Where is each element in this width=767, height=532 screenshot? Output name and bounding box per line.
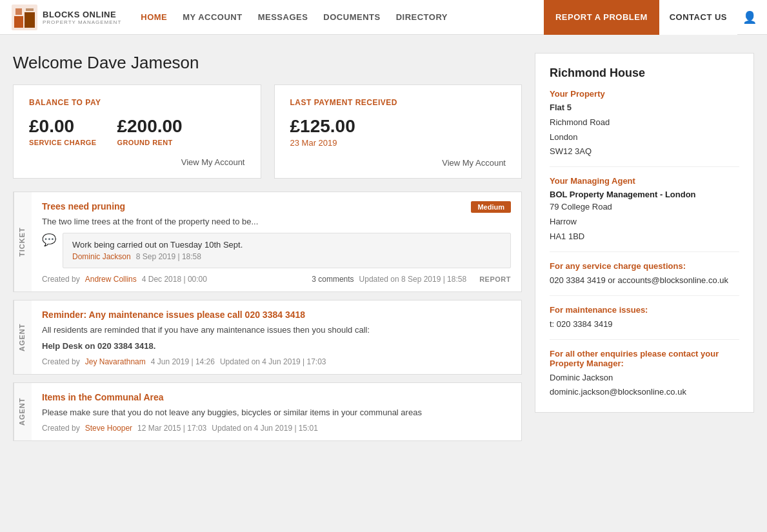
agent-body-1: Items in the Communal Area Please make s… xyxy=(32,383,521,440)
agent-side-label-1: AGENT xyxy=(14,383,32,440)
balance-card: BALANCE TO PAY £0.00 SERVICE CHARGE £200… xyxy=(13,84,261,179)
comment-box-0: Work being carried out on Tuesday 10th S… xyxy=(63,233,511,268)
main-column: Welcome Dave Jameson BALANCE TO PAY £0.0… xyxy=(13,53,522,449)
agent-side-label-0: AGENT xyxy=(14,300,32,374)
agent-desc-0: All residents are reminded that if you h… xyxy=(42,325,511,335)
nav-my-account[interactable]: MY ACCOUNT xyxy=(183,12,242,22)
agent-updated-1: Updated on 4 Jun 2019 | 15:01 xyxy=(212,424,318,433)
sidebar-your-property-label: Your Property xyxy=(550,89,739,99)
sidebar-card: Richmond House Your Property Flat 5 Rich… xyxy=(535,53,754,413)
agent-card-0: AGENT Reminder: Any maintenance issues p… xyxy=(13,300,522,375)
sidebar-property-manager-email[interactable]: dominic.jackson@blocksonline.co.uk xyxy=(550,385,739,399)
agent-created-label-1: Created by xyxy=(42,424,80,433)
ticket-badge-0: Medium xyxy=(471,201,511,213)
ticket-updated-0: Updated on 8 Sep 2019 | 18:58 xyxy=(359,275,467,284)
comment-icon: 💬 xyxy=(42,233,56,247)
nav-documents[interactable]: DOCUMENTS xyxy=(323,12,380,22)
page-body: Welcome Dave Jameson BALANCE TO PAY £0.0… xyxy=(0,35,767,462)
contact-us-button[interactable]: CONTACT US xyxy=(659,0,737,35)
agent-created-date-1: 12 Mar 2015 | 17:03 xyxy=(137,424,206,433)
agent-created-by-1[interactable]: Steve Hooper xyxy=(85,424,132,433)
agent-card-1: AGENT Items in the Communal Area Please … xyxy=(13,382,522,441)
agent-updated-0: Updated on 4 Jun 2019 | 17:03 xyxy=(220,357,326,366)
comment-row: 💬 Work being carried out on Tuesday 10th… xyxy=(42,233,511,275)
sidebar-maintenance-label: For maintenance issues: xyxy=(550,305,739,315)
logo-icon xyxy=(10,3,39,32)
sidebar-service-charge-contact: 020 3384 3419 or accounts@blocksonline.c… xyxy=(550,273,739,288)
nav-links: HOME MY ACCOUNT MESSAGES DOCUMENTS DIREC… xyxy=(141,12,544,22)
ticket-header-0: Trees need pruning Medium xyxy=(42,201,511,213)
agent-footer-0: Created by Jey Navarathnam 4 Jun 2019 | … xyxy=(42,357,511,366)
navbar: BLOCKS ONLINE PROPERTY MANAGEMENT HOME M… xyxy=(0,0,767,35)
report-problem-button[interactable]: REPORT A PROBLEM xyxy=(544,0,659,35)
ticket-side-label: TICKET xyxy=(14,192,32,291)
balance-view-account-link[interactable]: View My Account xyxy=(29,157,245,167)
balance-label: BALANCE TO PAY xyxy=(29,98,245,107)
service-charge-block: £0.00 SERVICE CHARGE xyxy=(29,116,96,147)
logo-text: BLOCKS ONLINE PROPERTY MANAGEMENT xyxy=(43,10,121,25)
sidebar-divider-3 xyxy=(550,295,739,296)
sidebar-agent-name: BOL Property Management - London xyxy=(550,190,739,199)
svg-rect-3 xyxy=(15,8,22,15)
sidebar-building-name: Richmond House xyxy=(550,66,739,80)
payment-label: LAST PAYMENT RECEIVED xyxy=(290,98,506,107)
agent-title-0[interactable]: Reminder: Any maintenance issues please … xyxy=(42,310,511,320)
sidebar-agent-city: Harrow xyxy=(550,215,739,229)
sidebar-service-charge-label: For any service charge questions: xyxy=(550,261,739,271)
ticket-body-0: Trees need pruning Medium The two lime t… xyxy=(32,192,521,291)
comment-meta-0: Dominic Jackson 8 Sep 2019 | 18:58 xyxy=(72,252,501,261)
ticket-title-0[interactable]: Trees need pruning xyxy=(42,201,125,212)
ticket-card-0: TICKET Trees need pruning Medium The two… xyxy=(13,192,522,292)
ticket-created-label: Created by xyxy=(42,275,80,284)
ticket-comments-count-0: 3 comments xyxy=(312,275,354,284)
last-payment-card: LAST PAYMENT RECEIVED £125.00 23 Mar 201… xyxy=(274,84,523,179)
agent-bold-0: Help Desk on 020 3384 3418. xyxy=(42,341,511,351)
payment-amount: £125.00 xyxy=(290,116,506,137)
welcome-title: Welcome Dave Jameson xyxy=(13,53,522,73)
agent-body-0: Reminder: Any maintenance issues please … xyxy=(32,300,521,374)
ticket-created-date-0: 4 Dec 2018 | 00:00 xyxy=(142,275,207,284)
nav-messages[interactable]: MESSAGES xyxy=(258,12,308,22)
agent-created-date-0: 4 Jun 2019 | 14:26 xyxy=(151,357,215,366)
sidebar-divider-4 xyxy=(550,339,739,340)
ground-rent-block: £200.00 GROUND RENT xyxy=(117,116,182,147)
comment-author-0: Dominic Jackson xyxy=(72,252,131,261)
ticket-created-by-0[interactable]: Andrew Collins xyxy=(85,275,137,284)
service-charge-amount: £0.00 xyxy=(29,116,96,137)
sidebar-managing-agent-label: Your Managing Agent xyxy=(550,176,739,186)
sidebar-property-road: Richmond Road xyxy=(550,116,739,130)
svg-rect-1 xyxy=(14,16,23,28)
comment-date-0: 8 Sep 2019 | 18:58 xyxy=(136,252,201,261)
agent-created-label-0: Created by xyxy=(42,357,80,366)
sidebar-divider-2 xyxy=(550,251,739,252)
ground-rent-amount: £200.00 xyxy=(117,116,182,137)
sidebar-property-postcode: SW12 3AQ xyxy=(550,145,739,159)
user-icon[interactable]: 👤 xyxy=(742,10,757,25)
sidebar-divider-1 xyxy=(550,166,739,167)
sidebar-property-flat: Flat 5 xyxy=(550,101,739,115)
svg-rect-2 xyxy=(25,12,35,28)
ground-rent-label: GROUND RENT xyxy=(117,139,172,146)
sidebar-property-city: London xyxy=(550,131,739,144)
ticket-footer-0: Created by Andrew Collins 4 Dec 2018 | 0… xyxy=(42,275,511,284)
nav-directory[interactable]: DIRECTORY xyxy=(396,12,448,22)
sidebar-other-enquiries-label: For all other enquiries please contact y… xyxy=(550,349,739,368)
logo: BLOCKS ONLINE PROPERTY MANAGEMENT xyxy=(10,3,121,32)
agent-created-by-0[interactable]: Jey Navarathnam xyxy=(85,357,146,366)
balance-amounts: £0.00 SERVICE CHARGE £200.00 GROUND RENT xyxy=(29,116,245,147)
service-charge-label: SERVICE CHARGE xyxy=(29,139,96,146)
agent-desc-1: Please make sure that you do not leave a… xyxy=(42,408,511,417)
sidebar-column: Richmond House Your Property Flat 5 Rich… xyxy=(535,53,754,449)
sidebar-agent-street: 79 College Road xyxy=(550,201,739,214)
property-manager-email-link[interactable]: dominic.jackson@blocksonline.co.uk xyxy=(550,387,686,397)
agent-title-1[interactable]: Items in the Communal Area xyxy=(42,392,511,402)
comment-text-0: Work being carried out on Tuesday 10th S… xyxy=(72,240,501,250)
nav-right: REPORT A PROBLEM CONTACT US 👤 xyxy=(544,0,757,35)
ticket-report-button-0[interactable]: REPORT xyxy=(479,275,511,283)
sidebar-agent-postcode: HA1 1BD xyxy=(550,230,739,244)
payment-view-account-link[interactable]: View My Account xyxy=(290,158,506,168)
sidebar-maintenance-contact: t: 020 3384 3419 xyxy=(550,317,739,331)
cards-row: BALANCE TO PAY £0.00 SERVICE CHARGE £200… xyxy=(13,84,522,179)
ticket-desc-0: The two lime trees at the front of the p… xyxy=(42,217,511,226)
nav-home[interactable]: HOME xyxy=(141,12,167,22)
